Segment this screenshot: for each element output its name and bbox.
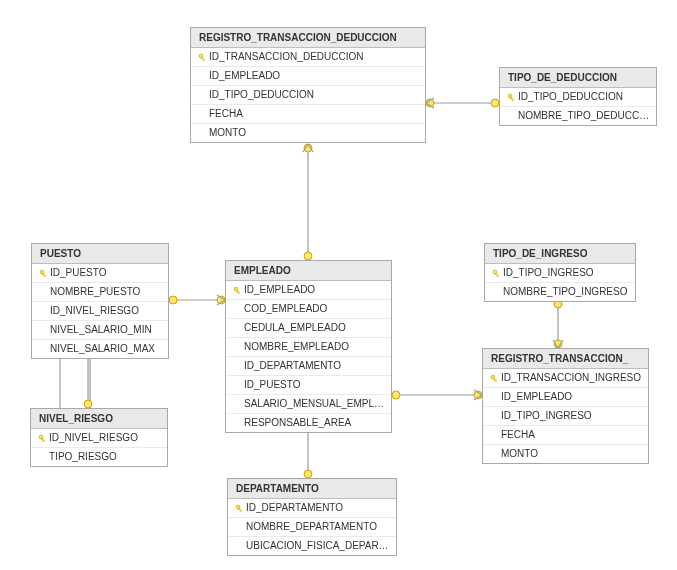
table-registro-transaccion-ingreso[interactable]: REGISTRO_TRANSACCION_ ID_TRANSACCION_ING… xyxy=(482,348,649,464)
column-name: ID_TRANSACCION_INGRESO xyxy=(501,371,641,385)
column-row: NOMBRE_TIPO_INGRESO xyxy=(485,283,635,301)
column-name: ID_DEPARTAMENTO xyxy=(244,359,341,373)
svg-rect-23 xyxy=(495,273,499,277)
pk-indicator xyxy=(505,93,518,102)
column-row: ID_EMPLEADO xyxy=(191,67,425,86)
table-columns: ID_TIPO_INGRESONOMBRE_TIPO_INGRESO xyxy=(485,264,635,301)
table-registro-transaccion-deduccion[interactable]: REGISTRO_TRANSACCION_DEDUCCION ID_TRANSA… xyxy=(190,27,426,143)
svg-point-4 xyxy=(169,296,177,304)
pk-indicator xyxy=(36,434,49,443)
column-row: SALARIO_MENSUAL_EMPLEA... xyxy=(226,395,391,414)
table-columns: ID_NIVEL_RIESGOTIPO_RIESGO xyxy=(31,429,167,466)
table-departamento[interactable]: DEPARTAMENTO ID_DEPARTAMENTONOMBRE_DEPAR… xyxy=(227,478,397,556)
column-name: NOMBRE_EMPLEADO xyxy=(244,340,349,354)
table-columns: ID_TRANSACCION_DEDUCCIONID_EMPLEADOID_TI… xyxy=(191,48,425,142)
column-row: ID_TIPO_DEDUCCION xyxy=(191,86,425,105)
column-name: NOMBRE_DEPARTAMENTO xyxy=(246,520,377,534)
column-row: FECHA xyxy=(191,105,425,124)
table-columns: ID_PUESTONOMBRE_PUESTOID_NIVEL_RIESGONIV… xyxy=(32,264,168,358)
table-title: REGISTRO_TRANSACCION_ xyxy=(483,349,648,369)
pk-indicator xyxy=(37,269,50,278)
primary-key-icon xyxy=(39,269,48,278)
column-name: CEDULA_EMPLEADO xyxy=(244,321,346,335)
column-name: ID_PUESTO xyxy=(50,266,107,280)
primary-key-icon xyxy=(235,504,244,513)
svg-point-7 xyxy=(84,400,92,408)
column-name: ID_EMPLEADO xyxy=(501,390,572,404)
pk-indicator xyxy=(488,374,501,383)
pk-indicator xyxy=(231,286,244,295)
table-title: DEPARTAMENTO xyxy=(228,479,396,499)
column-name: MONTO xyxy=(501,447,538,461)
table-title: TIPO_DE_INGRESO xyxy=(485,244,635,264)
column-row: ID_TIPO_INGRESO xyxy=(483,407,648,426)
er-diagram-canvas: REGISTRO_TRANSACCION_DEDUCCION ID_TRANSA… xyxy=(0,0,677,570)
table-title: REGISTRO_TRANSACCION_DEDUCCION xyxy=(191,28,425,48)
primary-key-icon xyxy=(507,93,516,102)
primary-key-icon xyxy=(492,269,501,278)
column-name: FECHA xyxy=(209,107,243,121)
column-name: FECHA xyxy=(501,428,535,442)
column-row: NOMBRE_PUESTO xyxy=(32,283,168,302)
column-row: MONTO xyxy=(483,445,648,463)
column-row: NOMBRE_TIPO_DEDUCCION xyxy=(500,107,656,125)
column-row: ID_PUESTO xyxy=(226,376,391,395)
column-name: ID_TIPO_DEDUCCION xyxy=(518,90,623,104)
primary-key-icon xyxy=(38,434,47,443)
column-row: UBICACION_FISICA_DEPARTA... xyxy=(228,537,396,555)
column-name: ID_DEPARTAMENTO xyxy=(246,501,343,515)
column-name: RESPONSABLE_AREA xyxy=(244,416,351,430)
svg-point-5 xyxy=(217,296,225,304)
column-name: ID_EMPLEADO xyxy=(244,283,315,297)
table-title: NIVEL_RIESGO xyxy=(31,409,167,429)
primary-key-icon xyxy=(233,286,242,295)
table-nivel-riesgo[interactable]: NIVEL_RIESGO ID_NIVEL_RIESGOTIPO_RIESGO xyxy=(30,408,168,467)
table-columns: ID_DEPARTAMENTONOMBRE_DEPARTAMENTOUBICAC… xyxy=(228,499,396,555)
svg-rect-21 xyxy=(236,290,240,294)
table-tipo-de-deduccion[interactable]: TIPO_DE_DEDUCCION ID_TIPO_DEDUCCIONNOMBR… xyxy=(499,67,657,126)
column-name: ID_TIPO_INGRESO xyxy=(503,266,594,280)
column-row: RESPONSABLE_AREA xyxy=(226,414,391,432)
column-row: ID_EMPLEADO xyxy=(226,281,391,300)
column-row: ID_TRANSACCION_DEDUCCION xyxy=(191,48,425,67)
column-name: NIVEL_SALARIO_MAX xyxy=(50,342,155,356)
table-empleado[interactable]: EMPLEADO ID_EMPLEADOCOD_EMPLEADOCEDULA_E… xyxy=(225,260,392,433)
column-name: NOMBRE_TIPO_INGRESO xyxy=(503,285,627,299)
primary-key-icon xyxy=(198,53,207,62)
table-tipo-de-ingreso[interactable]: TIPO_DE_INGRESO ID_TIPO_INGRESONOMBRE_TI… xyxy=(484,243,636,302)
column-row: NOMBRE_EMPLEADO xyxy=(226,338,391,357)
svg-rect-25 xyxy=(493,378,497,382)
column-name: ID_TIPO_INGRESO xyxy=(501,409,592,423)
pk-indicator xyxy=(490,269,503,278)
svg-point-1 xyxy=(491,99,499,107)
column-row: ID_NIVEL_RIESGO xyxy=(31,429,167,448)
column-name: ID_NIVEL_RIESGO xyxy=(50,304,139,318)
column-row: ID_EMPLEADO xyxy=(483,388,648,407)
column-name: NIVEL_SALARIO_MIN xyxy=(50,323,152,337)
column-row: NIVEL_SALARIO_MAX xyxy=(32,340,168,358)
pk-indicator xyxy=(196,53,209,62)
column-row: TIPO_RIESGO xyxy=(31,448,167,466)
column-name: ID_NIVEL_RIESGO xyxy=(49,431,138,445)
column-row: ID_DEPARTAMENTO xyxy=(228,499,396,518)
svg-point-0 xyxy=(426,99,434,107)
column-row: ID_DEPARTAMENTO xyxy=(226,357,391,376)
table-title: EMPLEADO xyxy=(226,261,391,281)
svg-point-3 xyxy=(304,252,312,260)
column-name: ID_EMPLEADO xyxy=(209,69,280,83)
column-row: ID_TIPO_INGRESO xyxy=(485,264,635,283)
svg-point-9 xyxy=(304,470,312,478)
column-name: MONTO xyxy=(209,126,246,140)
column-row: COD_EMPLEADO xyxy=(226,300,391,319)
column-name: ID_TRANSACCION_DEDUCCION xyxy=(209,50,363,64)
column-row: ID_TIPO_DEDUCCION xyxy=(500,88,656,107)
column-name: TIPO_RIESGO xyxy=(49,450,117,464)
svg-rect-27 xyxy=(41,438,45,442)
column-row: ID_NIVEL_RIESGO xyxy=(32,302,168,321)
svg-point-2 xyxy=(304,144,312,152)
column-row: NIVEL_SALARIO_MIN xyxy=(32,321,168,340)
column-row: CEDULA_EMPLEADO xyxy=(226,319,391,338)
column-row: ID_TRANSACCION_INGRESO xyxy=(483,369,648,388)
column-row: FECHA xyxy=(483,426,648,445)
table-puesto[interactable]: PUESTO ID_PUESTONOMBRE_PUESTOID_NIVEL_RI… xyxy=(31,243,169,359)
